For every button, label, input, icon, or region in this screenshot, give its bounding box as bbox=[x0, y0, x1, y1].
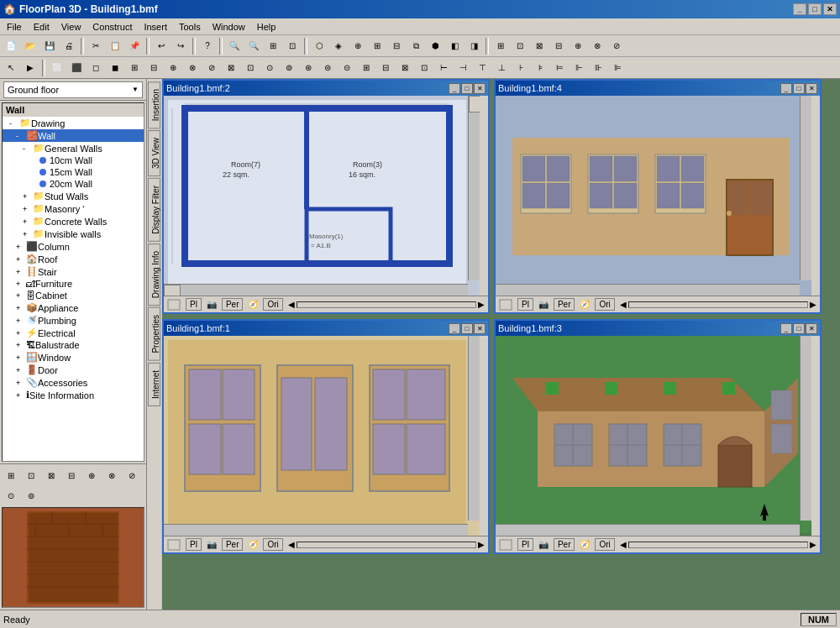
draw5[interactable]: ⊞ bbox=[125, 59, 144, 77]
snap1[interactable]: ⊞ bbox=[491, 37, 510, 55]
vscroll-4[interactable] bbox=[800, 96, 811, 280]
vscroll-2[interactable] bbox=[468, 96, 480, 280]
tab-display-filter[interactable]: Display Filter bbox=[148, 178, 160, 242]
draw4[interactable]: ◼ bbox=[106, 59, 124, 77]
scroll-right-2[interactable]: ▶ bbox=[478, 300, 485, 309]
tab-properties[interactable]: Properties bbox=[148, 307, 160, 361]
vscroll-3[interactable] bbox=[800, 336, 811, 521]
tree-item-concrete[interactable]: + 📁 Concrete Walls bbox=[3, 215, 144, 228]
save-button[interactable]: 💾 bbox=[40, 37, 59, 55]
tool7[interactable]: ⬢ bbox=[426, 37, 444, 55]
draw28[interactable]: ⊩ bbox=[570, 59, 588, 77]
zoom-out-button[interactable]: 🔍 bbox=[244, 37, 263, 55]
draw8[interactable]: ⊗ bbox=[183, 59, 202, 77]
scroll-right-1[interactable]: ▶ bbox=[478, 540, 485, 549]
tool5[interactable]: ⊟ bbox=[387, 37, 406, 55]
draw15[interactable]: ⊜ bbox=[318, 59, 337, 77]
snap6[interactable]: ⊗ bbox=[588, 37, 606, 55]
mdi-title-bar-3[interactable]: Building1.bmf:3 _ □ ✕ bbox=[496, 321, 820, 336]
menu-tools[interactable]: Tools bbox=[174, 20, 206, 34]
draw2[interactable]: ⬛ bbox=[67, 59, 86, 77]
open-button[interactable]: 📂 bbox=[21, 37, 39, 55]
menu-insert[interactable]: Insert bbox=[139, 20, 172, 34]
tree-item-roof[interactable]: + 🏠 Roof bbox=[3, 253, 144, 265]
snap5[interactable]: ⊕ bbox=[569, 37, 587, 55]
copy-button[interactable]: 📋 bbox=[106, 37, 124, 55]
bt4[interactable]: ⊟ bbox=[62, 466, 81, 484]
draw6[interactable]: ⊟ bbox=[144, 59, 163, 77]
snap2[interactable]: ⊡ bbox=[511, 37, 529, 55]
menu-view[interactable]: View bbox=[56, 20, 87, 34]
tree-item-stair[interactable]: + 🪜 Stair bbox=[3, 265, 144, 278]
print-button[interactable]: 🖨 bbox=[60, 37, 78, 55]
ori-btn-1[interactable]: Ori bbox=[263, 538, 282, 551]
zoom-in-button[interactable]: 🔍 bbox=[225, 37, 244, 55]
per-btn-2[interactable]: Per bbox=[222, 298, 244, 311]
help-button[interactable]: ? bbox=[198, 37, 217, 55]
draw16[interactable]: ⊝ bbox=[338, 59, 356, 77]
mdi-close-3[interactable]: ✕ bbox=[806, 323, 817, 334]
hscroll-1[interactable] bbox=[164, 524, 468, 536]
draw20[interactable]: ⊡ bbox=[415, 59, 433, 77]
snap7[interactable]: ⊘ bbox=[607, 37, 626, 55]
tool9[interactable]: ◨ bbox=[465, 37, 483, 55]
scroll-left-3[interactable]: ◀ bbox=[620, 540, 627, 549]
menu-window[interactable]: Window bbox=[207, 20, 250, 34]
mdi-title-bar-4[interactable]: Building1.bmf:4 _ □ ✕ bbox=[496, 81, 820, 96]
close-button[interactable]: ✕ bbox=[823, 3, 837, 15]
draw11[interactable]: ⊡ bbox=[241, 59, 260, 77]
tool1[interactable]: ⬡ bbox=[310, 37, 328, 55]
tree-item-door[interactable]: + 🚪 Door bbox=[3, 364, 144, 376]
tree-item-20cm[interactable]: 20cm Wall bbox=[3, 178, 144, 190]
mdi-max-3[interactable]: □ bbox=[793, 323, 805, 334]
tool2[interactable]: ◈ bbox=[329, 37, 348, 55]
bt1[interactable]: ⊞ bbox=[2, 466, 20, 484]
tree-item-cabinet[interactable]: + 🗄 Cabinet bbox=[3, 290, 144, 301]
menu-edit[interactable]: Edit bbox=[29, 20, 55, 34]
pl-btn-3[interactable]: Pl bbox=[517, 538, 533, 551]
draw23[interactable]: ⊤ bbox=[473, 59, 491, 77]
tree-item-10cm[interactable]: 10cm Wall bbox=[3, 154, 144, 166]
bt9[interactable]: ⊚ bbox=[22, 486, 40, 505]
tree-item-general-walls[interactable]: - 📁 General Walls bbox=[3, 142, 144, 154]
mdi-max-2[interactable]: □ bbox=[461, 83, 473, 94]
tree-item-column[interactable]: + ⬛ Column bbox=[3, 240, 144, 253]
cut-button[interactable]: ✂ bbox=[87, 37, 105, 55]
tree-item-invisible[interactable]: + 📁 Invisible walls bbox=[3, 228, 144, 240]
snap3[interactable]: ⊠ bbox=[530, 37, 549, 55]
scroll-left-2[interactable]: ◀ bbox=[288, 300, 295, 309]
vscroll-1[interactable] bbox=[468, 336, 480, 521]
tool6[interactable]: ⧉ bbox=[407, 37, 425, 55]
tree-item-drawing[interactable]: - 📁 Drawing bbox=[3, 117, 144, 129]
tree-panel[interactable]: Wall - 📁 Drawing - 🧱 Wall - 📁 General Wa… bbox=[2, 102, 144, 462]
bt3[interactable]: ⊠ bbox=[42, 466, 60, 484]
mdi-title-bar-2[interactable]: Building1.bmf:2 _ □ ✕ bbox=[164, 81, 488, 96]
draw18[interactable]: ⊟ bbox=[376, 59, 395, 77]
tool3[interactable]: ⊕ bbox=[349, 37, 367, 55]
tree-item-furniture[interactable]: + 🛋 Furniture bbox=[3, 278, 144, 290]
mdi-min-3[interactable]: _ bbox=[780, 323, 792, 334]
tree-item-wall[interactable]: - 🧱 Wall bbox=[3, 129, 144, 142]
cursor-tool[interactable]: ↖ bbox=[2, 59, 20, 77]
draw12[interactable]: ⊙ bbox=[260, 59, 279, 77]
scroll-left-4[interactable]: ◀ bbox=[620, 300, 627, 309]
draw7[interactable]: ⊕ bbox=[164, 59, 182, 77]
hscroll-4[interactable] bbox=[496, 284, 800, 296]
per-btn-3[interactable]: Per bbox=[554, 538, 575, 551]
draw21[interactable]: ⊢ bbox=[434, 59, 453, 77]
draw14[interactable]: ⊛ bbox=[299, 59, 318, 77]
bt5[interactable]: ⊕ bbox=[82, 466, 101, 484]
menu-construct[interactable]: Construct bbox=[87, 20, 137, 34]
draw19[interactable]: ⊠ bbox=[396, 59, 414, 77]
draw13[interactable]: ⊚ bbox=[280, 59, 298, 77]
mdi-max-1[interactable]: □ bbox=[461, 323, 473, 334]
tree-item-15cm[interactable]: 15cm Wall bbox=[3, 166, 144, 178]
tree-item-electrical[interactable]: + ⚡ Electrical bbox=[3, 327, 144, 339]
tab-insertion[interactable]: Insertion bbox=[148, 81, 160, 128]
scroll-left-1[interactable]: ◀ bbox=[288, 540, 295, 549]
hscroll-2[interactable] bbox=[164, 284, 468, 296]
tab-drawing-info[interactable]: Drawing Info bbox=[148, 243, 160, 306]
mdi-close-4[interactable]: ✕ bbox=[806, 83, 817, 94]
mdi-max-4[interactable]: □ bbox=[793, 83, 805, 94]
tree-item-stud-walls[interactable]: + 📁 Stud Walls bbox=[3, 190, 144, 202]
